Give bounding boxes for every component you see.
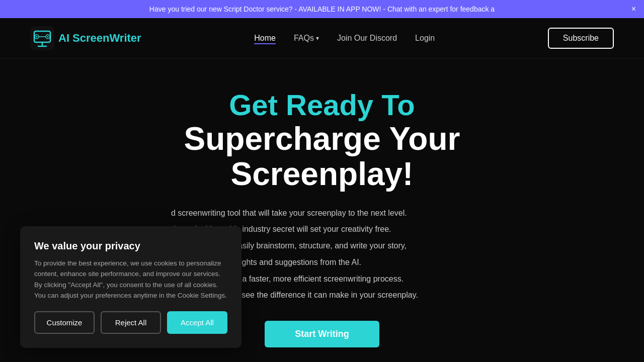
hero-title: Get Ready To Supercharge Your Screenplay…	[101, 89, 543, 192]
svg-point-7	[47, 36, 49, 38]
nav-item-discord[interactable]: Join Our Discord	[337, 34, 397, 43]
nav-item-login[interactable]: Login	[415, 34, 435, 43]
nav-links: Home FAQs ▾ Join Our Discord Login	[254, 34, 435, 43]
start-writing-button[interactable]: Start Writing	[265, 321, 379, 347]
subscribe-button[interactable]: Subscribe	[548, 28, 614, 49]
navbar: AI ScreenWriter Home FAQs ▾ Join Our Dis…	[0, 18, 644, 59]
cookie-banner: We value your privacy To provide the bes…	[20, 226, 242, 348]
announcement-close-button[interactable]: ×	[631, 5, 636, 14]
nav-link-discord[interactable]: Join Our Discord	[337, 34, 397, 42]
logo-text: AI ScreenWriter	[58, 32, 141, 45]
nav-link-home[interactable]: Home	[254, 34, 276, 44]
cookie-title: We value your privacy	[34, 240, 227, 252]
hero-desc-line1: d screenwriting tool that will take your…	[171, 206, 473, 221]
customize-button[interactable]: Customize	[34, 311, 95, 334]
nav-link-faqs[interactable]: FAQs	[294, 34, 314, 43]
cookie-buttons: Customize Reject All Accept All	[34, 311, 227, 334]
hero-title-line1: Get Ready To	[101, 89, 543, 121]
cookie-text: To provide the best experience, we use c…	[34, 258, 227, 301]
svg-point-5	[36, 36, 38, 38]
chevron-down-icon: ▾	[316, 35, 319, 42]
logo-icon	[30, 26, 54, 50]
hero-title-line2: Supercharge Your Screenplay!	[101, 121, 543, 192]
logo[interactable]: AI ScreenWriter	[30, 26, 141, 50]
nav-link-login[interactable]: Login	[415, 34, 435, 42]
nav-item-home[interactable]: Home	[254, 34, 276, 43]
reject-all-button[interactable]: Reject All	[101, 311, 161, 334]
accept-all-button[interactable]: Accept All	[167, 311, 227, 334]
announcement-text: Have you tried our new Script Doctor ser…	[149, 5, 495, 13]
announcement-bar: Have you tried our new Script Doctor ser…	[0, 0, 644, 18]
nav-item-faqs[interactable]: FAQs ▾	[294, 34, 319, 43]
